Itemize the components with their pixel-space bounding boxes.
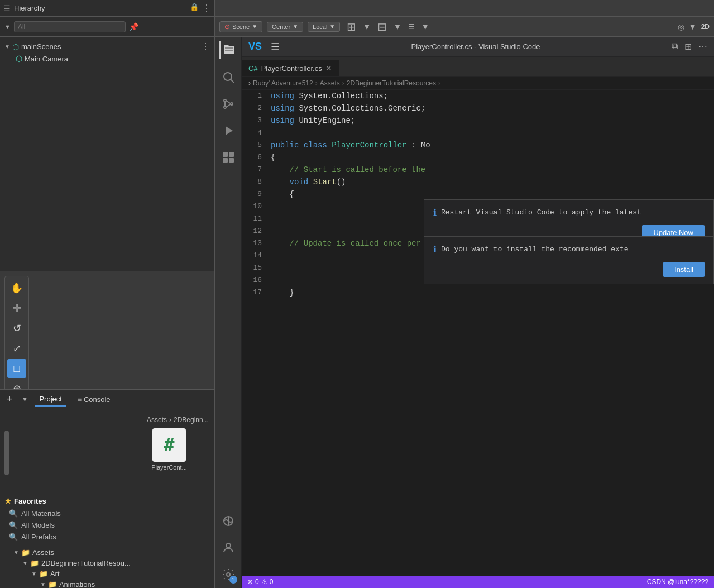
- toolbar-layers-icon[interactable]: ◎: [678, 22, 684, 31]
- local-btn[interactable]: Local ▼: [308, 22, 340, 32]
- notification-install: ℹ Do you want to install the recommended…: [424, 236, 714, 284]
- svg-point-5: [224, 106, 226, 108]
- search-dropdown-icon[interactable]: ▼: [4, 23, 11, 30]
- toolbar-dropdown2[interactable]: ▼: [394, 22, 401, 31]
- line-code-3: using UnityEngine;: [271, 114, 714, 127]
- search-icon[interactable]: [219, 68, 237, 86]
- scale-tool[interactable]: ⤢: [7, 339, 26, 358]
- fav-item-models[interactable]: 🔍 All Models: [4, 519, 137, 531]
- project-tab[interactable]: Project: [35, 393, 66, 407]
- toolbar-bars-icon[interactable]: ≡: [406, 20, 417, 33]
- toolbar-dropdown4[interactable]: ▼: [689, 22, 697, 31]
- tool-overlay: ✋ ✛ ↺ ⤢ □ ⊕: [4, 276, 29, 389]
- cs-file-icon: C#: [248, 64, 258, 73]
- window-controls: ⧉ ⊞ ⋯: [672, 41, 707, 52]
- info-icon-1: ℹ: [433, 207, 437, 219]
- move-tool[interactable]: ✛: [7, 299, 26, 318]
- install-button[interactable]: Install: [663, 262, 705, 277]
- account-icon[interactable]: [219, 539, 237, 557]
- code-editor-area[interactable]: 1 using System.Collections; 2 using Syst…: [242, 90, 714, 576]
- main-area: ▼ ⬡ mainScenes ⋮ ⬡ Main Camera ✋ ✛ ↺ ⤢ □…: [0, 37, 714, 588]
- line-code-17: }: [271, 286, 714, 299]
- extensions-icon[interactable]: [219, 149, 237, 166]
- search-icon: 🔍: [9, 509, 18, 518]
- add-dropdown[interactable]: ▼: [22, 395, 28, 403]
- toolbar-dropdown1[interactable]: ▼: [363, 22, 371, 31]
- run-icon[interactable]: [219, 122, 237, 140]
- code-line-2: 2 using System.Collections.Generic;: [242, 102, 714, 114]
- mainscenes-more[interactable]: ⋮: [201, 41, 210, 52]
- hierarchy-header: ☰ Hierarchy 🔒 ⋮: [0, 0, 215, 16]
- hierarchy-menu-icon: ☰: [3, 4, 11, 13]
- vscode-statusbar: ⊗ 0 ⚠ 0 CSDN @luna*?????: [242, 576, 714, 588]
- vscode-titlebar: VS ☰ PlayerController.cs - Visual Studio…: [242, 37, 714, 57]
- line-num-11: 11: [242, 213, 271, 225]
- transform-tool[interactable]: ⊕: [7, 379, 26, 389]
- source-control-icon[interactable]: [219, 95, 237, 113]
- credit-status: CSDN @luna*?????: [647, 578, 708, 586]
- toolbar-grid-icon1[interactable]: ⊞: [344, 20, 358, 34]
- center-btn[interactable]: Center ▼: [267, 22, 303, 32]
- assets-grid: # PlayerCont...: [147, 428, 210, 471]
- settings-icon[interactable]: 1: [219, 566, 237, 584]
- line-num-16: 16: [242, 274, 271, 286]
- svg-point-6: [231, 103, 233, 105]
- bc-assets[interactable]: Assets: [320, 79, 340, 87]
- hierarchy-search-input[interactable]: [14, 21, 126, 32]
- rect-tool[interactable]: □: [7, 359, 26, 378]
- explorer-icon[interactable]: [219, 41, 237, 59]
- hierarchy-item-mainscenes[interactable]: ▼ ⬡ mainScenes ⋮: [0, 40, 214, 53]
- folder-icon: 📁: [39, 570, 48, 578]
- console-tab[interactable]: ≡ Console: [73, 393, 115, 406]
- git-icon[interactable]: [219, 512, 237, 530]
- svg-rect-8: [223, 152, 228, 157]
- rotate-tool[interactable]: ↺: [7, 319, 26, 338]
- assets-panel: Assets › 2DBeginn... # PlayerCont...: [142, 409, 214, 588]
- add-button[interactable]: +: [4, 393, 15, 407]
- code-line-13: 13 // Update is called once per f ℹ Do y…: [242, 237, 714, 250]
- path-assets: Assets: [147, 416, 167, 424]
- fav-item-materials[interactable]: 🔍 All Materials: [4, 508, 137, 519]
- center-label: Center: [272, 23, 290, 30]
- line-code-5: public class PlayerController : Mo: [271, 139, 714, 151]
- toolbar-grid-icon2[interactable]: ⊟: [375, 20, 389, 34]
- svg-rect-0: [225, 47, 233, 49]
- maincamera-label: Main Camera: [25, 55, 68, 63]
- favorites-title: ★ Favorites: [4, 494, 137, 508]
- errors-status[interactable]: ⊗ 0 ⚠ 0: [247, 578, 273, 586]
- favorites-panel: ★ Favorites 🔍 All Materials 🔍 All Models…: [0, 409, 142, 588]
- 2d-button[interactable]: 2D: [701, 23, 710, 31]
- hamburger-icon[interactable]: ☰: [271, 41, 280, 53]
- line-num-7: 7: [242, 164, 271, 176]
- layout-icon[interactable]: ⊞: [684, 41, 692, 52]
- left-panel: ▼ ⬡ mainScenes ⋮ ⬡ Main Camera ✋ ✛ ↺ ⤢ □…: [0, 37, 215, 588]
- svg-point-2: [224, 73, 232, 80]
- split-editor-icon[interactable]: ⧉: [672, 41, 678, 52]
- asset-playercontroller[interactable]: # PlayerCont...: [147, 428, 191, 471]
- notif-restart-row: ℹ Restart Visual Studio Code to apply th…: [433, 207, 705, 219]
- fav-item-prefabs[interactable]: 🔍 All Prefabs: [4, 531, 137, 543]
- code-line-3: 3 using UnityEngine;: [242, 114, 714, 127]
- line-num-1: 1: [242, 90, 271, 102]
- pin-icon: 📌: [129, 22, 138, 31]
- expand-icon: ▼: [31, 571, 37, 577]
- more-icon[interactable]: ⋯: [698, 41, 707, 52]
- bc-resources[interactable]: 2DBeginnerTutorialResources: [347, 79, 436, 87]
- more-options-icon[interactable]: ⋮: [202, 3, 211, 13]
- close-tab-icon[interactable]: ✕: [325, 64, 332, 73]
- console-icon: ≡: [78, 395, 82, 403]
- tree-art[interactable]: ▼ 📁 Art: [4, 568, 137, 579]
- svg-point-15: [227, 573, 230, 576]
- file-tab-playercontroller[interactable]: C# PlayerController.cs ✕: [242, 60, 339, 76]
- scene-tab-arrow: ▼: [252, 23, 257, 30]
- hierarchy-item-maincamera[interactable]: ⬡ Main Camera: [0, 53, 214, 64]
- tree-animations[interactable]: ▼ 📁 Animations: [4, 579, 137, 588]
- tree-2dbeginner[interactable]: ▼ 📁 2DBeginnerTutorialResou...: [4, 558, 137, 568]
- hand-tool[interactable]: ✋: [7, 279, 26, 298]
- bc-sep3: ›: [438, 79, 440, 87]
- scene-tab[interactable]: ⊙ Scene ▼: [219, 21, 262, 32]
- toolbar-dropdown3[interactable]: ▼: [421, 22, 429, 31]
- bc-project[interactable]: Ruby' Adventure512: [253, 79, 313, 87]
- tree-assets[interactable]: ▼ 📁 Assets: [4, 547, 137, 558]
- lock-icon[interactable]: 🔒: [190, 3, 199, 13]
